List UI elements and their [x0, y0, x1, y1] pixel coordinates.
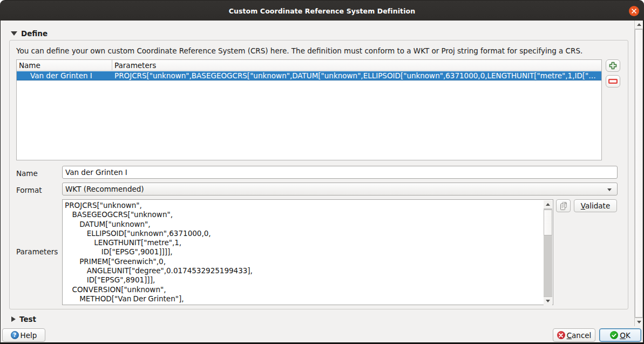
window-border-left	[0, 20, 1, 344]
close-icon	[632, 9, 636, 14]
add-crs-button[interactable]	[606, 59, 620, 72]
column-header-parameters[interactable]: Parameters	[112, 60, 601, 70]
green-plus-icon	[609, 62, 617, 70]
copy-parameters-button[interactable]	[556, 199, 571, 212]
scroll-up-button[interactable]	[544, 200, 552, 209]
name-input-value: Van der Grinten I	[65, 168, 127, 177]
ok-button-label: OK	[620, 331, 631, 340]
define-section-header[interactable]: Define	[11, 29, 48, 38]
format-combobox-value: WKT (Recommended)	[65, 185, 144, 193]
crs-table-row-selected[interactable]: Van der Grinten I PROJCRS["unknown",BASE…	[17, 71, 601, 80]
cancel-button[interactable]: Cancel	[553, 328, 595, 342]
dialog-scrollbar[interactable]	[634, 21, 643, 326]
scroll-down-icon	[637, 321, 641, 323]
crs-description-text: You can define your own custom Coordinat…	[16, 46, 629, 55]
scroll-down-button[interactable]	[544, 296, 552, 305]
dialog-scrollbar-thumb[interactable]	[635, 29, 643, 318]
scroll-up-icon	[637, 23, 641, 26]
parameters-scrollbar[interactable]	[544, 200, 552, 305]
name-field-label: Name	[16, 169, 38, 178]
ok-button[interactable]: OK	[599, 328, 641, 342]
format-combobox[interactable]: WKT (Recommended)	[62, 183, 618, 195]
crs-table[interactable]: Name Parameters Van der Grinten I PROJCR…	[16, 59, 602, 160]
titlebar[interactable]: Custom Coordinate Reference System Defin…	[0, 0, 644, 21]
help-button[interactable]: ? Help	[2, 328, 45, 342]
define-section-label: Define	[21, 29, 48, 38]
window-title: Custom Coordinate Reference System Defin…	[0, 1, 644, 21]
test-section-header[interactable]: Test	[11, 315, 36, 323]
green-check-icon	[610, 331, 618, 339]
custom-crs-dialog: Custom Coordinate Reference System Defin…	[0, 0, 644, 344]
test-section-label: Test	[19, 315, 36, 323]
scroll-up-icon	[546, 203, 550, 206]
remove-crs-button[interactable]	[606, 75, 620, 87]
name-input[interactable]: Van der Grinten I	[62, 166, 618, 179]
collapse-arrow-down-icon	[11, 31, 17, 36]
close-button[interactable]	[629, 6, 639, 16]
copy-icon	[559, 201, 568, 211]
dialog-scroll-down-button[interactable]	[635, 318, 643, 326]
crs-table-header: Name Parameters	[17, 60, 601, 71]
parameters-wkt-text: PROJCRS["unknown", BASEGEOGCRS["unknown"…	[65, 201, 542, 305]
collapse-arrow-right-icon	[11, 316, 16, 322]
cancel-button-label: Cancel	[567, 331, 592, 340]
validate-button-label: Validate	[581, 201, 610, 210]
red-minus-icon	[608, 79, 618, 84]
dropdown-arrow-icon	[607, 188, 612, 191]
dialog-scroll-up-button[interactable]	[635, 21, 643, 29]
format-field-label: Format	[16, 186, 42, 194]
parameters-field-label: Parameters	[16, 247, 58, 256]
red-cross-icon	[557, 331, 565, 339]
parameters-scrollbar-thumb[interactable]	[544, 210, 552, 235]
validate-button[interactable]: Validate	[574, 199, 617, 212]
scroll-down-icon	[546, 300, 550, 302]
help-button-label: Help	[21, 331, 37, 340]
crs-row-parameters-cell[interactable]: PROJCRS["unknown",BASEGEOGCRS["unknown",…	[112, 71, 601, 80]
parameters-textarea[interactable]: PROJCRS["unknown", BASEGEOGCRS["unknown"…	[62, 199, 553, 305]
crs-row-name-cell[interactable]: Van der Grinten I	[17, 71, 112, 80]
column-header-name[interactable]: Name	[17, 60, 112, 70]
help-question-icon: ?	[11, 331, 19, 339]
